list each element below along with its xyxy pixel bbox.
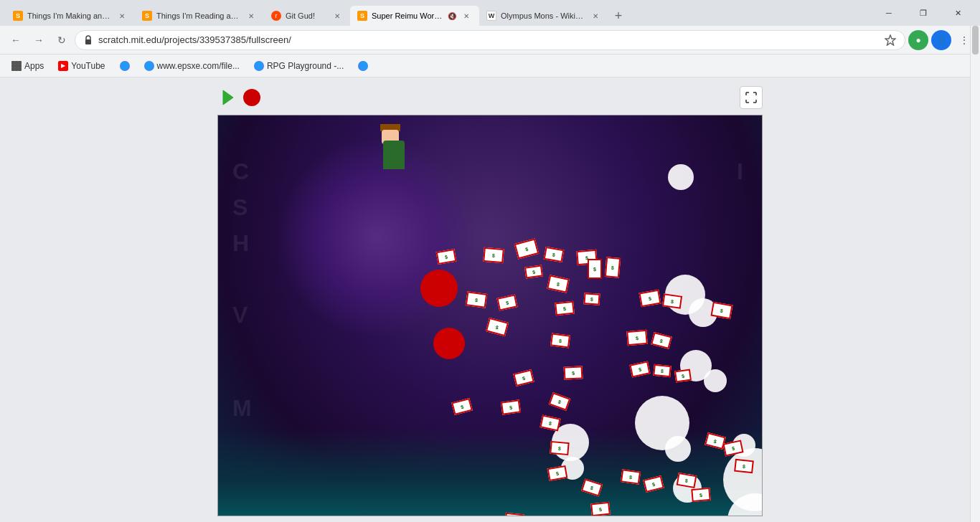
bill-23: $ <box>550 333 570 348</box>
fullscreen-button[interactable] <box>740 86 763 109</box>
rpg-favicon: 🌐 <box>254 61 264 71</box>
scrollbar-thumb[interactable] <box>972 26 979 54</box>
tab-close-5[interactable]: ✕ <box>590 10 601 22</box>
game-canvas[interactable]: C S H V M I $$$$$$$$$$$$$$$$$$$$$$$$$$$$… <box>217 115 763 516</box>
bookmark-globe2[interactable]: 🌐 <box>352 59 374 73</box>
bookmark-youtube-label: YouTube <box>71 61 105 71</box>
lock-icon <box>84 35 93 45</box>
scrollbar[interactable] <box>970 26 980 522</box>
globe2-favicon: 🌐 <box>358 61 368 71</box>
bookmark-rpg[interactable]: 🌐 RPG Playground -... <box>248 59 349 73</box>
profile-icon[interactable]: 👤 <box>931 30 951 50</box>
bookmark-globe1[interactable]: 🌐 <box>114 59 136 73</box>
svg-rect-10 <box>18 67 22 71</box>
bg-text-5: M <box>232 395 256 422</box>
bill-39: $ <box>734 459 754 474</box>
tab-favicon-3: r <box>271 11 281 21</box>
chrome-extension-icon[interactable]: ● <box>908 30 928 50</box>
bill-1: $ <box>483 247 504 263</box>
bg-text-4: V <box>232 302 252 328</box>
star-icon[interactable] <box>885 34 896 46</box>
maximize-button[interactable]: ❐ <box>907 3 940 23</box>
bookmark-apps-label: Apps <box>24 61 44 71</box>
stop-button[interactable] <box>243 89 260 106</box>
reload-button[interactable]: ↻ <box>52 30 72 50</box>
tab-olympus-mons[interactable]: W Olympus Mons - Wikipedia ✕ <box>479 6 608 26</box>
svg-marker-11 <box>223 90 233 105</box>
tab-label-2: Things I'm Reading and Playing... <box>156 11 241 20</box>
bg-text-3: H <box>232 230 253 257</box>
back-button[interactable]: ← <box>6 30 26 50</box>
svg-rect-8 <box>11 67 15 71</box>
apps-icon <box>11 61 22 71</box>
svg-marker-1 <box>885 35 895 45</box>
red-circle-1 <box>433 328 465 359</box>
tab-label-5: Olympus Mons - Wikipedia <box>501 11 585 20</box>
tab-close-2[interactable]: ✕ <box>245 10 257 22</box>
svg-rect-6 <box>15 64 19 67</box>
tab-super-reimu[interactable]: S Super Reimu World 2: Koi... 🔇 ✕ <box>350 6 479 26</box>
bill-33: $ <box>621 469 641 484</box>
projectile-0 <box>668 164 694 190</box>
tab-close-1[interactable]: ✕ <box>116 10 128 22</box>
game-ctrl-left <box>217 87 260 108</box>
tab-gitgud[interactable]: r Git Gud! ✕ <box>264 6 350 26</box>
char-body <box>383 141 405 169</box>
bill-26: $ <box>501 399 521 414</box>
bill-24: $ <box>564 366 583 379</box>
bill-32: $ <box>590 502 611 516</box>
tab-close-3[interactable]: ✕ <box>331 10 343 22</box>
svg-rect-0 <box>85 39 91 44</box>
close-button[interactable]: ✕ <box>941 3 974 23</box>
game-character <box>376 130 419 173</box>
bookmark-epsxe-label: www.epsxe.com/file... <box>157 61 240 71</box>
tab-things-making[interactable]: S Things I'm Making and Creatin... ✕ <box>6 6 135 26</box>
addressbar: ← → ↻ scratch.mit.edu/projects/339537385… <box>0 26 980 54</box>
titlebar: S Things I'm Making and Creatin... ✕ S T… <box>0 0 980 26</box>
bookmark-epsxe[interactable]: 🌐 www.epsxe.com/file... <box>138 59 245 73</box>
globe1-favicon: 🌐 <box>120 61 130 71</box>
green-flag-button[interactable] <box>217 87 237 108</box>
tab-favicon-2: S <box>142 11 152 21</box>
url-bar[interactable]: scratch.mit.edu/projects/339537385/fulls… <box>75 30 905 50</box>
svg-rect-7 <box>18 64 22 67</box>
tab-favicon-5: W <box>486 11 496 21</box>
bg-text-right: I <box>737 158 748 185</box>
tab-label-4: Super Reimu World 2: Koi... <box>372 11 443 20</box>
tab-favicon-1: S <box>13 11 23 21</box>
tab-things-reading[interactable]: S Things I'm Reading and Playing... ✕ <box>135 6 264 26</box>
bg-text-2: S <box>232 194 252 221</box>
bookmarks-bar: Apps ▶ YouTube 🌐 🌐 www.epsxe.com/file...… <box>0 54 980 77</box>
window-controls: ─ ❐ ✕ <box>872 3 974 26</box>
projectile-10 <box>704 369 727 392</box>
red-circle-0 <box>420 270 458 307</box>
svg-rect-9 <box>15 67 19 71</box>
bill-29: $ <box>550 441 569 455</box>
bill-12: $ <box>588 259 602 279</box>
tab-mute-icon[interactable]: 🔇 <box>448 12 456 20</box>
bookmark-youtube[interactable]: ▶ YouTube <box>52 59 110 73</box>
bookmark-rpg-label: RPG Playground -... <box>267 61 344 71</box>
content-area: C S H V M I $$$$$$$$$$$$$$$$$$$$$$$$$$$$… <box>0 77 980 522</box>
tab-favicon-4: S <box>357 11 367 21</box>
minimize-button[interactable]: ─ <box>872 3 905 23</box>
bill-19: $ <box>653 364 672 377</box>
svg-rect-3 <box>15 61 19 65</box>
bill-13: $ <box>605 257 621 278</box>
url-text: scratch.mit.edu/projects/339537385/fulls… <box>98 34 879 45</box>
bill-20: $ <box>674 369 692 383</box>
epsxe-favicon: 🌐 <box>144 61 154 71</box>
bookmark-apps[interactable]: Apps <box>6 59 50 73</box>
new-tab-button[interactable]: + <box>608 6 628 26</box>
tab-label-1: Things I'm Making and Creatin... <box>27 11 112 20</box>
bill-36: $ <box>691 488 710 502</box>
bg-text-1: C <box>232 158 253 185</box>
youtube-favicon: ▶ <box>58 61 68 71</box>
bill-8: $ <box>524 265 543 278</box>
toolbar-icons: ● 👤 ⋮ <box>908 30 974 50</box>
tab-close-4[interactable]: ✕ <box>461 10 472 22</box>
svg-rect-5 <box>11 64 15 67</box>
tab-label-3: Git Gud! <box>286 11 327 20</box>
bill-5: $ <box>466 291 488 308</box>
forward-button[interactable]: → <box>29 30 49 50</box>
